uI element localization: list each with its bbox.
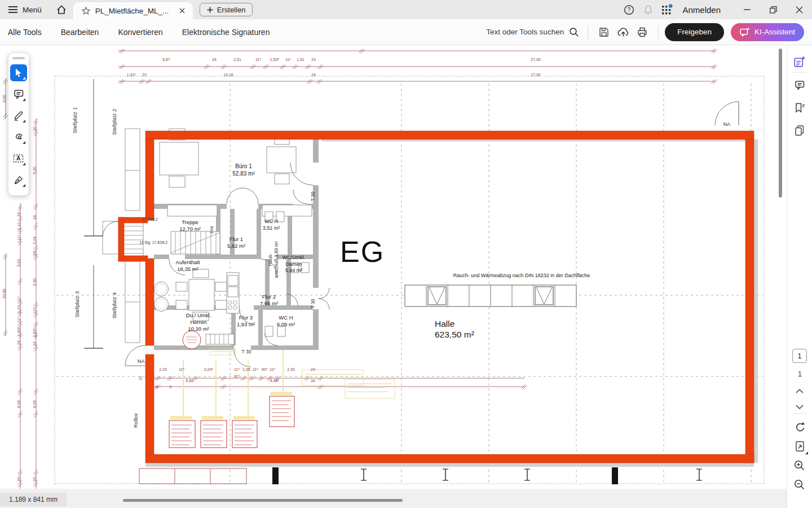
- hall-area-label: 623,50 m²: [435, 330, 474, 339]
- tool-edit[interactable]: [10, 107, 27, 124]
- dim-label: 11⁵: [17, 235, 21, 240]
- close-icon: [796, 6, 803, 14]
- home-button[interactable]: [50, 0, 73, 19]
- close-icon: [179, 8, 185, 14]
- tool-comment[interactable]: [10, 86, 27, 103]
- create-button[interactable]: Erstellen: [200, 3, 253, 16]
- dim-label: 11⁵: [33, 308, 37, 313]
- dim-label: 11⁵: [234, 374, 240, 378]
- plan-annotation: 13 Stg. 17,4/28,2: [139, 240, 167, 245]
- dim-label: 11⁵: [17, 296, 21, 302]
- room-label: 1,93 m²: [237, 321, 255, 327]
- dim-label: 27,00: [531, 58, 541, 62]
- document-canvas[interactable]: Büro 152,83 m²Treppe12,70 m²Flur 15,62 m…: [0, 45, 787, 489]
- plan-annotation: Rolltor: [133, 413, 139, 428]
- signature-pen-icon: [12, 174, 25, 186]
- tool-draw[interactable]: [10, 129, 27, 146]
- fit-page-button[interactable]: [790, 438, 809, 455]
- pages-button[interactable]: [790, 122, 809, 139]
- dim-label: 2,20: [159, 367, 167, 371]
- dim-label: 3,00: [2, 95, 6, 103]
- pencil-icon: [12, 110, 25, 122]
- rotate-icon: [793, 421, 806, 433]
- document-tab[interactable]: PL_Mietfläche_ML_...: [73, 2, 193, 19]
- toolbar-item-konvertieren[interactable]: Konvertieren: [118, 19, 162, 45]
- hamburger-icon: [8, 6, 18, 14]
- floor-plan-svg[interactable]: Büro 152,83 m²Treppe12,70 m²Flur 15,62 m…: [0, 45, 787, 489]
- toolbar-item-alle-tools[interactable]: Alle Tools: [8, 19, 42, 45]
- toolbar-item-bearbeiten[interactable]: Bearbeiten: [61, 19, 99, 45]
- dim-label: 24: [33, 215, 37, 220]
- zoom-in-button[interactable]: [790, 457, 809, 474]
- plan-annotation: T 30: [310, 191, 316, 201]
- toolbar-item-signaturen[interactable]: Elektronische Signaturen: [182, 19, 270, 45]
- room-label: WC/Umkl.: [283, 255, 306, 260]
- save-button[interactable]: [594, 23, 614, 42]
- room-label: Flur 3: [239, 314, 253, 321]
- dim-label: 24: [17, 212, 21, 217]
- app-menu-button[interactable]: Menü: [0, 0, 50, 19]
- page-up-button[interactable]: [790, 383, 809, 400]
- ai-assistant-button[interactable]: KI-Assistent: [731, 23, 804, 41]
- notifications-button[interactable]: [638, 0, 657, 19]
- dim-label: 11⁵: [270, 367, 275, 371]
- signin-button[interactable]: Anmelden: [682, 5, 721, 15]
- upload-button[interactable]: [614, 23, 633, 42]
- divider: [793, 413, 806, 414]
- search-field[interactable]: Text oder Tools suchen: [484, 27, 581, 37]
- plan-annotation: DW: [209, 226, 214, 234]
- dim-label: 1,83⁵: [17, 327, 21, 336]
- close-window-button[interactable]: [786, 0, 812, 19]
- print-button[interactable]: [633, 23, 652, 42]
- apps-button[interactable]: [657, 0, 677, 19]
- room-label: 10,20 m²: [188, 326, 209, 332]
- dim-label: 20: [33, 477, 37, 481]
- bookmarks-button[interactable]: [790, 99, 809, 116]
- rotate-button[interactable]: [790, 419, 809, 436]
- room-label: WC H: [264, 218, 278, 224]
- tool-text[interactable]: A: [10, 150, 27, 167]
- dim-label: 24: [33, 251, 37, 256]
- chat-sparkle-icon: [740, 27, 750, 37]
- dim-label: 2,24: [33, 237, 37, 244]
- chevron-up-icon: [795, 388, 804, 394]
- tool-select[interactable]: [10, 64, 27, 81]
- dim-label: 2,30: [287, 367, 295, 371]
- copy-pages-icon: [793, 124, 806, 137]
- plus-icon: [207, 7, 213, 13]
- right-panel: 1 1: [787, 45, 812, 508]
- quick-tools-panel: A: [8, 52, 29, 196]
- drag-handle[interactable]: [12, 57, 25, 59]
- horizontal-scrollbar[interactable]: [123, 499, 403, 502]
- dim-label: 20: [142, 73, 147, 77]
- dim-label: 11⁵: [255, 58, 261, 62]
- tab-close-button[interactable]: [176, 5, 188, 17]
- room-label: Du / Umkl.: [186, 312, 211, 318]
- dim-label: 1,41⁵: [127, 73, 136, 77]
- dim-label: 11⁵: [17, 317, 21, 323]
- tool-sign[interactable]: [10, 172, 27, 189]
- page-number-box[interactable]: 1: [792, 349, 807, 363]
- dim-label: 3,24⁵: [204, 367, 214, 371]
- restore-button[interactable]: [760, 0, 786, 19]
- plan-annotation: Stellplatz 2: [111, 109, 117, 135]
- minimize-button[interactable]: [734, 0, 760, 19]
- zoom-out-button[interactable]: [790, 476, 809, 493]
- help-icon: ?: [624, 5, 634, 15]
- plan-annotation: Stellplatz 4: [111, 292, 117, 318]
- help-button[interactable]: ?: [619, 0, 638, 19]
- share-button[interactable]: Freigeben: [665, 23, 724, 41]
- floor-label: EG: [340, 235, 385, 268]
- ai-summary-button[interactable]: [790, 53, 809, 70]
- room-label: Flur 1: [230, 236, 243, 242]
- roof-note: Rauch- und Wärmeabzug nach DIN 18232 in …: [453, 273, 590, 278]
- room-label: 3,51 m²: [263, 225, 280, 231]
- plan-annotation: T 30: [242, 349, 251, 354]
- vertical-scrollbar[interactable]: [779, 49, 782, 198]
- plan-annotation: Stellplatz 3: [74, 291, 80, 317]
- comment-icon: [13, 88, 25, 100]
- cursor-icon: [12, 67, 25, 79]
- panel-comment-button[interactable]: [790, 77, 809, 94]
- create-label: Erstellen: [217, 6, 246, 14]
- room-label: Treppe: [182, 219, 198, 225]
